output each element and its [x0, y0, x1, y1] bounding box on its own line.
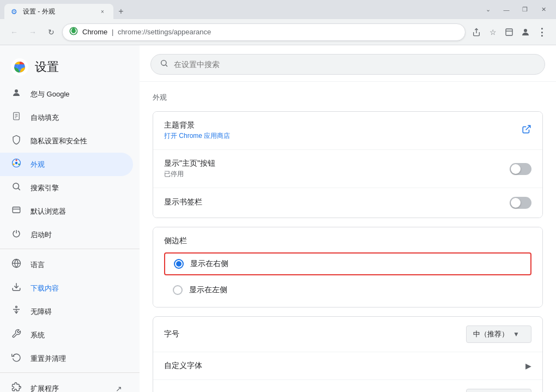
settings-card: 主题背景 打开 Chrome 应用商店 显示"主页"按钮 已停用	[153, 111, 543, 218]
home-button-toggle[interactable]	[510, 163, 531, 175]
svg-point-18	[13, 183, 19, 189]
radio-right-circle	[174, 259, 184, 269]
sidebar-item-search[interactable]: 搜索引擎	[0, 176, 133, 200]
sidebar-item-startup[interactable]: 启动时	[0, 223, 133, 246]
font-size-dropdown[interactable]: 中（推荐） ▼	[466, 325, 531, 343]
menu-button[interactable]: ⋮	[534, 25, 549, 40]
sidebar-item-privacy[interactable]: 隐私设置和安全性	[0, 129, 133, 153]
url-text: Chrome | chrome://settings/appearance	[82, 28, 458, 36]
settings-main-title: 设置	[35, 59, 59, 75]
forward-button[interactable]: →	[25, 25, 40, 40]
person-icon	[11, 88, 22, 100]
home-button-subtitle: 已停用	[164, 170, 510, 179]
radio-container: 显示在右侧 显示在左侧	[164, 250, 531, 303]
history-icon	[11, 352, 22, 365]
svg-point-8	[15, 89, 18, 93]
addressbar: ← → ↻ Chrome | chrome://settings/appeara…	[0, 19, 556, 45]
extensions-external-icon[interactable]: ↗	[116, 384, 122, 393]
window-close-button[interactable]: ✕	[535, 4, 552, 16]
custom-font-label: 自定义字体	[164, 361, 525, 371]
power-icon	[11, 228, 22, 241]
sidebar-item-autofill[interactable]: 自动填充	[0, 106, 133, 129]
svg-line-27	[166, 65, 167, 67]
zoom-row: 网页缩放 100% ▼	[153, 380, 542, 392]
radio-left-label: 显示在左侧	[189, 285, 227, 295]
share-button[interactable]	[469, 25, 484, 40]
custom-font-chevron: ▶	[525, 361, 531, 370]
titlebar-tabs: ⚙ 设置 - 外观 × +	[4, 0, 480, 19]
addressbar-actions: ☆ ⋮	[469, 25, 549, 40]
sidebar-item-reset[interactable]: 重置并清理	[0, 347, 133, 370]
sidebar-item-download[interactable]: 下载内容	[0, 276, 133, 300]
bookmarks-toggle[interactable]	[510, 197, 531, 209]
sidebar-section-row: 侧边栏 显示在右侧 显示在左侧	[153, 227, 542, 307]
bookmark-button[interactable]: ☆	[485, 25, 500, 40]
radio-right-option[interactable]: 显示在右侧	[164, 252, 531, 275]
sidebar-item-appearance[interactable]: 外观	[0, 153, 133, 176]
custom-font-row[interactable]: 自定义字体 ▶	[153, 352, 542, 380]
theme-subtitle[interactable]: 打开 Chrome 应用商店	[164, 131, 522, 141]
content-area: 外观 主题背景 打开 Chrome 应用商店 显示"主页"按钮	[140, 45, 556, 392]
sidebar-item-label-browser: 默认浏览器	[31, 207, 66, 216]
browser-icon	[11, 205, 22, 218]
search-bar[interactable]	[150, 54, 545, 75]
sidebar-item-google[interactable]: 您与 Google	[0, 82, 133, 106]
window-minimize-button[interactable]: —	[498, 4, 515, 16]
bookmarks-title: 显示书签栏	[164, 197, 510, 207]
back-button[interactable]: ←	[7, 25, 22, 40]
svg-point-14	[15, 162, 18, 165]
sidebar-item-browser[interactable]: 默认浏览器	[0, 200, 133, 223]
tab-view-button[interactable]	[501, 25, 517, 40]
tab-label: 设置 - 外观	[23, 7, 94, 16]
shield-icon	[11, 135, 22, 147]
url-shield-icon	[69, 27, 78, 37]
accessibility-icon	[11, 305, 22, 318]
radio-left-option[interactable]: 显示在左侧	[164, 280, 531, 300]
toggle-thumb	[511, 164, 521, 174]
url-sep: |	[112, 28, 113, 36]
main-layout: 设置 您与 Google 自动填充 隐私设置和安全性 外观	[0, 45, 556, 392]
svg-point-15	[16, 159, 17, 161]
sidebar-item-label-system: 系统	[31, 330, 45, 340]
sidebar-item-system[interactable]: 系统	[0, 323, 133, 347]
sidebar-item-extensions[interactable]: 扩展程序 ↗	[0, 377, 133, 392]
sidebar-item-label-reset: 重置并清理	[31, 354, 66, 364]
sidebar-section-title: 侧边栏	[164, 236, 187, 246]
account-button[interactable]	[518, 25, 533, 40]
theme-text: 主题背景 打开 Chrome 应用商店	[164, 120, 522, 141]
external-link-icon[interactable]	[522, 124, 531, 137]
svg-line-28	[526, 125, 530, 130]
home-button-title: 显示"主页"按钮	[164, 159, 510, 168]
globe-icon	[11, 258, 22, 271]
radio-right-label: 显示在右侧	[190, 259, 228, 269]
svg-point-26	[161, 61, 166, 65]
refresh-button[interactable]: ↻	[44, 25, 59, 40]
zoom-dropdown[interactable]: 100% ▼	[466, 389, 531, 392]
tab-close-button[interactable]: ×	[98, 7, 107, 16]
bookmarks-text: 显示书签栏	[164, 197, 510, 208]
sidebar-item-label-startup: 启动时	[31, 230, 52, 240]
sidebar-item-label-search: 搜索引擎	[31, 183, 59, 193]
url-bar[interactable]: Chrome | chrome://settings/appearance	[62, 23, 466, 41]
search-input[interactable]	[174, 60, 536, 69]
svg-point-25	[16, 306, 17, 308]
svg-point-16	[18, 164, 20, 165]
window-maximize-button[interactable]: ❐	[517, 4, 533, 16]
sidebar-item-accessibility[interactable]: 无障碍	[0, 300, 133, 323]
active-tab[interactable]: ⚙ 设置 - 外观 ×	[4, 4, 113, 19]
sidebar-item-language[interactable]: 语言	[0, 253, 133, 276]
home-button-text: 显示"主页"按钮 已停用	[164, 159, 510, 179]
sidebar-header: 设置	[0, 50, 140, 82]
chrome-logo	[11, 58, 28, 76]
section-content: 外观 主题背景 打开 Chrome 应用商店 显示"主页"按钮	[140, 82, 556, 392]
window-chevron-button[interactable]: ⌄	[480, 4, 496, 16]
sidebar-item-label-privacy: 隐私设置和安全性	[31, 136, 87, 146]
sidebar-item-label-language: 语言	[31, 260, 45, 270]
sidebar: 设置 您与 Google 自动填充 隐私设置和安全性 外观	[0, 45, 140, 392]
font-size-arrow: ▼	[513, 330, 519, 338]
new-tab-button[interactable]: +	[113, 4, 129, 19]
sidebar-item-label-download: 下载内容	[31, 284, 59, 293]
bookmarks-row: 显示书签栏	[153, 188, 542, 218]
window-controls: ⌄ — ❐ ✕	[480, 4, 552, 16]
svg-line-19	[18, 188, 20, 190]
